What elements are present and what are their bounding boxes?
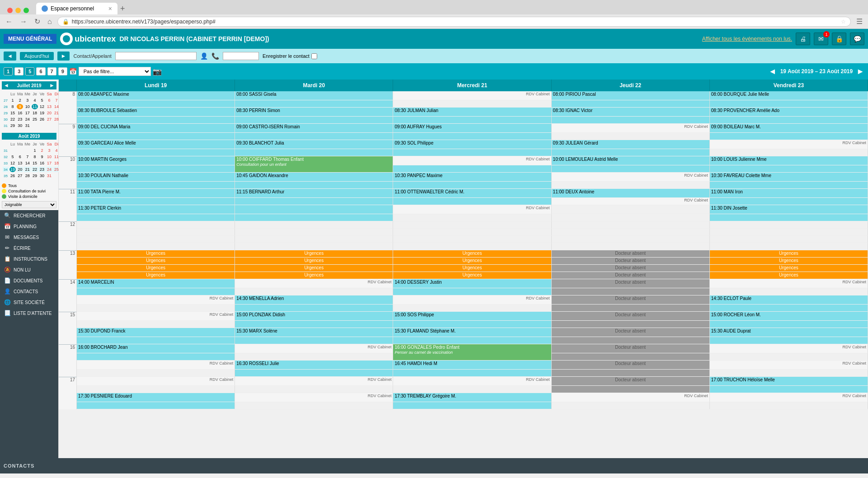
vendredi-urgences-1[interactable]: Urgences bbox=[710, 250, 868, 258]
vendredi-urgences-4[interactable]: Urgences bbox=[710, 272, 868, 279]
mercredi-1000[interactable]: RDV Cabinet bbox=[393, 156, 551, 165]
cal-prev-button[interactable]: ◄ bbox=[4, 82, 9, 89]
vendredi-1100[interactable]: 11:00 MAN Iron bbox=[710, 189, 868, 198]
lundi-1430[interactable]: RDV Cabinet bbox=[77, 295, 235, 305]
mardi-1530[interactable]: 15:30 MARX Solène bbox=[235, 328, 393, 337]
mercredi-930[interactable]: 09:30 SOL Philippe bbox=[393, 140, 551, 149]
jeudi-absent-3[interactable]: Docteur absent bbox=[552, 265, 710, 272]
jeudi-930[interactable]: 09:30 JULEAN Gérard bbox=[552, 140, 710, 149]
mardi-urgences-2[interactable]: Urgences bbox=[235, 258, 393, 265]
cal-day[interactable]: 26 bbox=[39, 117, 45, 122]
cal-day[interactable]: 12 bbox=[39, 104, 45, 109]
lundi-1630[interactable]: RDV Cabinet bbox=[77, 361, 235, 370]
message-button[interactable]: ✉ 1 bbox=[814, 33, 828, 45]
cal-day[interactable]: 7 bbox=[24, 154, 31, 159]
browser-tab[interactable]: Espace personnel × bbox=[36, 3, 117, 14]
home-button[interactable]: ⌂ bbox=[46, 17, 54, 27]
view-3-button[interactable]: 3 bbox=[14, 67, 23, 75]
mercredi-1700[interactable]: RDV Cabinet bbox=[393, 377, 551, 386]
mardi-1400[interactable]: RDV Cabinet bbox=[235, 279, 393, 288]
jeudi-absent-2[interactable]: Docteur absent bbox=[552, 258, 710, 265]
jeudi-absent-10[interactable]: Docteur absent bbox=[552, 361, 710, 370]
nav-liste-attente[interactable]: 📃 LISTE D'ATTENTE bbox=[0, 308, 58, 319]
mercredi-1030[interactable]: 10:30 PANPEC Maxime bbox=[393, 173, 551, 182]
cal-day[interactable]: 17 bbox=[24, 110, 31, 116]
view-9-button[interactable]: 9 bbox=[58, 67, 67, 75]
mercredi-1730[interactable]: 17:30 TREMBLAY Grégoire M. bbox=[393, 393, 551, 402]
mercredi-1430[interactable]: RDV Cabinet bbox=[393, 295, 551, 305]
bookmark-icon[interactable]: ☆ bbox=[841, 19, 846, 25]
reload-button[interactable]: ↻ bbox=[33, 16, 42, 27]
jeudi-1000[interactable]: 10:00 LEMOULEAU Astrid Melle bbox=[552, 156, 710, 165]
vendredi-1130[interactable]: 11:30 DIN Josette bbox=[710, 205, 868, 214]
cal-day[interactable]: 9 bbox=[17, 104, 23, 109]
cal-day[interactable]: 20 bbox=[46, 110, 52, 116]
jeudi-absent-11[interactable]: Docteur absent bbox=[552, 377, 710, 386]
nav-documents[interactable]: 📄 DOCUMENTS bbox=[0, 275, 58, 286]
cal-day[interactable]: 16 bbox=[17, 110, 23, 116]
vendredi-1030[interactable]: 10:30 FAVREAU Colette Mme bbox=[710, 173, 868, 182]
nav-rechercher[interactable]: 🔍 RECHERCHER bbox=[0, 210, 58, 221]
cal-day[interactable]: 10 bbox=[24, 104, 31, 109]
mardi-1600[interactable]: RDV Cabinet bbox=[235, 344, 393, 353]
next-week-button[interactable]: ► bbox=[856, 67, 864, 76]
cal-day[interactable]: 27 bbox=[46, 117, 52, 122]
nav-ecrire[interactable]: ✏ ÉCRIRE bbox=[0, 243, 58, 253]
vendredi-1430[interactable]: 14:30 ECLOT Paule bbox=[710, 295, 868, 305]
mardi-830[interactable]: 08:30 PERRIN Simon bbox=[235, 108, 393, 117]
mardi-1430[interactable]: 14:30 MENELLA Adrien bbox=[235, 295, 393, 305]
view-5-button[interactable]: 5 bbox=[25, 67, 34, 75]
vendredi-1000[interactable]: 10:00 LOUIS Julienne Mme bbox=[710, 156, 868, 165]
nav-planning[interactable]: 📅 PLANNING bbox=[0, 221, 58, 232]
mercredi-urgences-2[interactable]: Urgences bbox=[393, 258, 551, 265]
cal-day[interactable]: 9 bbox=[39, 154, 45, 159]
lundi-830[interactable]: 08:30 BUBROULE Sébastien bbox=[77, 108, 235, 117]
lundi-1730[interactable]: 17:30 PESNIERE Edouard bbox=[77, 393, 235, 402]
cal-day[interactable]: 6 bbox=[46, 98, 52, 103]
jeudi-800[interactable]: 08:00 PIRIOU Pascal bbox=[552, 91, 710, 100]
mardi-930[interactable]: 09:30 BLANCHOT Julia bbox=[235, 140, 393, 149]
mercredi-urgences-1[interactable]: Urgences bbox=[393, 250, 551, 258]
menu-icon[interactable]: ☰ bbox=[854, 16, 864, 27]
today-button[interactable]: Aujourd'hui bbox=[20, 52, 54, 60]
afficher-events-link[interactable]: Afficher tous les événements non lus. bbox=[702, 36, 792, 42]
jeudi-absent-9[interactable]: Docteur absent bbox=[552, 344, 710, 353]
cal-day[interactable]: 4 bbox=[32, 98, 38, 103]
cal-day[interactable]: 5 bbox=[39, 98, 45, 103]
lock-button[interactable]: 🔒 bbox=[832, 33, 846, 45]
mercredi-900[interactable]: 09:00 AUFRAY Hugues bbox=[393, 124, 551, 133]
mercredi-800[interactable]: RDV Cabinet bbox=[393, 91, 551, 100]
url-bar[interactable]: 🔒 https://secure.ubicentrex.net/v173/pag… bbox=[57, 17, 851, 27]
contact-input[interactable] bbox=[115, 52, 197, 60]
cal-day[interactable]: 25 bbox=[32, 117, 38, 122]
lundi-1030[interactable]: 10:30 POULAIN Nathalie bbox=[77, 173, 235, 182]
cal-day[interactable]: 6 bbox=[17, 154, 23, 159]
mercredi-1630[interactable]: 16:45 HAMDI Hedi M bbox=[393, 361, 551, 370]
prev-nav-button[interactable]: ◄ bbox=[4, 52, 16, 61]
print-button[interactable]: 🖨 bbox=[796, 33, 810, 45]
lundi-1100[interactable]: 11:00 TATA Pierre M. bbox=[77, 189, 235, 198]
jeudi-absent-1[interactable]: Docteur absent bbox=[552, 250, 710, 258]
mardi-urgences-3[interactable]: Urgences bbox=[235, 265, 393, 272]
maximize-traffic-light[interactable] bbox=[23, 8, 29, 13]
jeudi-1730[interactable]: RDV Cabinet bbox=[552, 393, 710, 402]
prev-week-button[interactable]: ◄ bbox=[769, 67, 777, 76]
cal-day[interactable]: 11 bbox=[32, 104, 38, 109]
jeudi-absent-5[interactable]: Docteur absent bbox=[552, 279, 710, 288]
chat-button[interactable]: 💬 bbox=[850, 33, 864, 45]
save-contact-checkbox[interactable] bbox=[311, 53, 317, 59]
lundi-1130[interactable]: 11:30 PETER Clerkin bbox=[77, 205, 235, 214]
nav-site-societe[interactable]: 🌐 SITE SOCIÉTÉ bbox=[0, 297, 58, 308]
camera-icon[interactable]: 📷 bbox=[153, 67, 162, 76]
mardi-1500[interactable]: 15:00 PLONZIAK Didish bbox=[235, 312, 393, 321]
cal-day[interactable]: 3 bbox=[24, 98, 31, 103]
vendredi-1730[interactable]: RDV Cabinet bbox=[710, 393, 868, 402]
vendredi-900[interactable]: 09:00 BOILEAU Marc M. bbox=[710, 124, 868, 133]
jeudi-absent-7[interactable]: Docteur absent bbox=[552, 312, 710, 321]
jeudi-1030[interactable]: RDV Cabinet bbox=[552, 173, 710, 182]
vendredi-1530[interactable]: 15:30 AUDE Duprat bbox=[710, 328, 868, 337]
close-traffic-light[interactable] bbox=[7, 8, 13, 13]
cal-day[interactable]: 23 bbox=[17, 117, 23, 122]
nav-instructions[interactable]: 📋 INSTRUCTIONS bbox=[0, 253, 58, 264]
jeudi-900[interactable]: RDV Cabinet bbox=[552, 124, 710, 133]
